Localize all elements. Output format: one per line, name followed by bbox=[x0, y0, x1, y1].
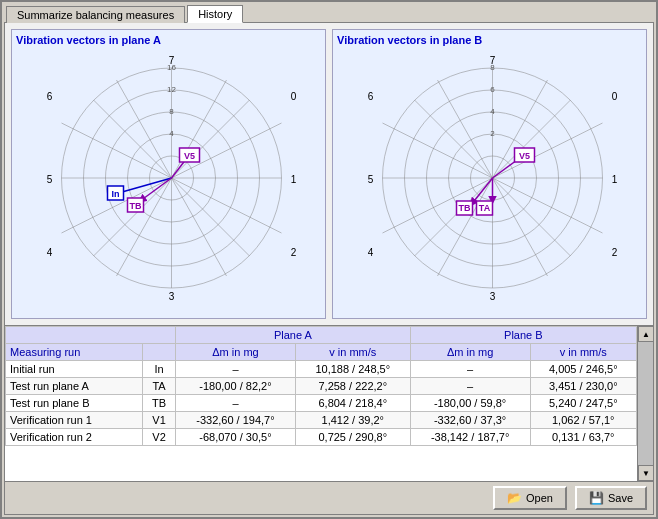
cell-a-dm: -180,00 / 82,2° bbox=[176, 378, 296, 395]
cell-b-dm: -180,00 / 59,8° bbox=[410, 395, 530, 412]
save-button[interactable]: 💾 Save bbox=[575, 486, 647, 510]
cell-b-dm: -332,60 / 37,3° bbox=[410, 412, 530, 429]
svg-line-52 bbox=[383, 123, 493, 178]
svg-line-48 bbox=[438, 80, 493, 178]
svg-line-14 bbox=[62, 123, 172, 178]
cell-b-v: 1,062 / 57,1° bbox=[530, 412, 636, 429]
svg-text:1: 1 bbox=[612, 174, 618, 185]
svg-text:V5: V5 bbox=[184, 151, 195, 161]
col-sub-run: Measuring run bbox=[6, 344, 143, 361]
data-table: Plane A Plane B Measuring run Δm in mg v… bbox=[5, 326, 637, 446]
svg-text:In: In bbox=[112, 189, 120, 199]
cell-name: Verification run 2 bbox=[6, 429, 143, 446]
svg-text:2: 2 bbox=[291, 247, 297, 258]
cell-a-dm: – bbox=[176, 395, 296, 412]
cell-a-v: 10,188 / 248,5° bbox=[295, 361, 410, 378]
cell-b-dm: – bbox=[410, 361, 530, 378]
svg-text:0: 0 bbox=[612, 91, 618, 102]
svg-text:12: 12 bbox=[167, 85, 176, 94]
polar-svg-a: 7 0 1 2 3 4 5 6 16 12 8 4 bbox=[16, 48, 321, 303]
tab-history[interactable]: History bbox=[187, 5, 243, 23]
open-label: Open bbox=[526, 492, 553, 504]
svg-text:3: 3 bbox=[490, 291, 496, 302]
polar-chart-b: 7 0 1 2 3 4 5 6 8 6 4 2 bbox=[337, 48, 642, 308]
svg-line-16 bbox=[117, 178, 172, 276]
chart-title-a: Vibration vectors in plane A bbox=[16, 34, 321, 46]
cell-a-v: 7,258 / 222,2° bbox=[295, 378, 410, 395]
table-wrapper: Plane A Plane B Measuring run Δm in mg v… bbox=[5, 326, 637, 481]
cell-id: V1 bbox=[143, 412, 176, 429]
svg-text:TB: TB bbox=[130, 201, 142, 211]
svg-text:4: 4 bbox=[490, 107, 495, 116]
col-header-name bbox=[6, 327, 176, 344]
svg-line-53 bbox=[493, 178, 548, 276]
cell-name: Verification run 1 bbox=[6, 412, 143, 429]
cell-a-v: 1,412 / 39,2° bbox=[295, 412, 410, 429]
cell-b-dm: – bbox=[410, 378, 530, 395]
cell-b-v: 3,451 / 230,0° bbox=[530, 378, 636, 395]
svg-text:16: 16 bbox=[167, 63, 176, 72]
scrollbar: ▲ ▼ bbox=[637, 326, 653, 481]
cell-id: TB bbox=[143, 395, 176, 412]
col-header-planea: Plane A bbox=[176, 327, 411, 344]
cell-name: Test run plane B bbox=[6, 395, 143, 412]
svg-line-11 bbox=[172, 178, 282, 233]
cell-a-v: 0,725 / 290,8° bbox=[295, 429, 410, 446]
cell-a-dm: – bbox=[176, 361, 296, 378]
cell-id: In bbox=[143, 361, 176, 378]
open-icon: 📂 bbox=[507, 491, 522, 505]
svg-text:3: 3 bbox=[169, 291, 175, 302]
svg-text:TB: TB bbox=[459, 203, 471, 213]
cell-id: V2 bbox=[143, 429, 176, 446]
save-icon: 💾 bbox=[589, 491, 604, 505]
tab-summarize[interactable]: Summarize balancing measures bbox=[6, 6, 185, 23]
main-content: Vibration vectors in plane A bbox=[4, 22, 654, 515]
svg-line-67 bbox=[473, 178, 493, 203]
svg-text:1: 1 bbox=[291, 174, 297, 185]
charts-area: Vibration vectors in plane A bbox=[5, 23, 653, 326]
svg-text:V5: V5 bbox=[519, 151, 530, 161]
svg-text:5: 5 bbox=[368, 174, 374, 185]
table-row: Test run plane A TA -180,00 / 82,2° 7,25… bbox=[6, 378, 637, 395]
polar-svg-b: 7 0 1 2 3 4 5 6 8 6 4 2 bbox=[337, 48, 642, 303]
svg-text:5: 5 bbox=[47, 174, 53, 185]
col-header-planeb: Plane B bbox=[410, 327, 636, 344]
table-row: Verification run 2 V2 -68,070 / 30,5° 0,… bbox=[6, 429, 637, 446]
cell-a-v: 6,804 / 218,4° bbox=[295, 395, 410, 412]
cell-b-v: 0,131 / 63,7° bbox=[530, 429, 636, 446]
cell-a-dm: -332,60 / 194,7° bbox=[176, 412, 296, 429]
table-row: Test run plane B TB – 6,804 / 218,4° -18… bbox=[6, 395, 637, 412]
scroll-up-button[interactable]: ▲ bbox=[638, 326, 653, 342]
svg-text:4: 4 bbox=[368, 247, 374, 258]
chart-panel-a: Vibration vectors in plane A bbox=[11, 29, 326, 319]
svg-text:4: 4 bbox=[47, 247, 53, 258]
cell-b-v: 5,240 / 247,5° bbox=[530, 395, 636, 412]
svg-text:4: 4 bbox=[169, 129, 174, 138]
chart-panel-b: Vibration vectors in plane B bbox=[332, 29, 647, 319]
cell-name: Test run plane A bbox=[6, 378, 143, 395]
svg-text:2: 2 bbox=[490, 129, 495, 138]
col-sub-id bbox=[143, 344, 176, 361]
svg-text:0: 0 bbox=[291, 91, 297, 102]
svg-line-10 bbox=[117, 80, 172, 178]
cell-b-v: 4,005 / 246,5° bbox=[530, 361, 636, 378]
cell-name: Initial run bbox=[6, 361, 143, 378]
open-button[interactable]: 📂 Open bbox=[493, 486, 567, 510]
svg-text:6: 6 bbox=[47, 91, 53, 102]
svg-line-29 bbox=[119, 178, 172, 193]
svg-text:TA: TA bbox=[479, 203, 491, 213]
col-sub-a-v: v in mm/s bbox=[295, 344, 410, 361]
col-sub-b-dm: Δm in mg bbox=[410, 344, 530, 361]
scroll-down-button[interactable]: ▼ bbox=[638, 465, 653, 481]
svg-text:2: 2 bbox=[612, 247, 618, 258]
cell-a-dm: -68,070 / 30,5° bbox=[176, 429, 296, 446]
button-bar: 📂 Open 💾 Save bbox=[5, 481, 653, 514]
svg-text:8: 8 bbox=[490, 63, 495, 72]
chart-title-b: Vibration vectors in plane B bbox=[337, 34, 642, 46]
svg-line-30 bbox=[142, 178, 172, 200]
table-row: Verification run 1 V1 -332,60 / 194,7° 1… bbox=[6, 412, 637, 429]
svg-line-15 bbox=[172, 178, 227, 276]
svg-text:8: 8 bbox=[169, 107, 174, 116]
main-window: Summarize balancing measures History Vib… bbox=[0, 0, 658, 519]
svg-text:6: 6 bbox=[490, 85, 495, 94]
